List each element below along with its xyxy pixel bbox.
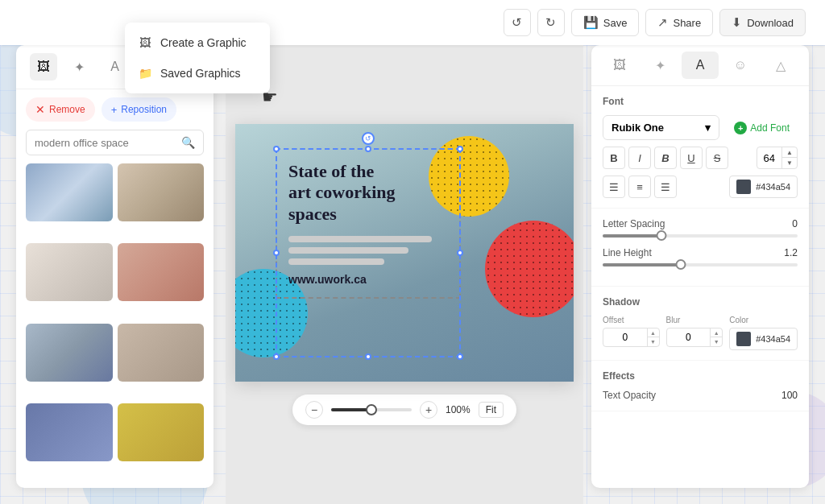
canvas-wrapper[interactable]: State of the art coworking spaces www.uw… (235, 124, 574, 382)
top-bar: ↺ ↻ 💾 Save ↗ Share ⬇ Download (0, 0, 825, 45)
share-button[interactable]: ↗ Share (645, 9, 713, 36)
shadow-offset-up[interactable]: ▲ (648, 328, 659, 337)
zoom-out-button[interactable]: − (305, 401, 323, 419)
font-size-down[interactable]: ▼ (782, 158, 797, 168)
font-size-up[interactable]: ▲ (782, 147, 797, 158)
right-tab-image[interactable]: 🖼 (601, 52, 638, 79)
remove-icon: ✕ (35, 103, 45, 116)
share-icon: ↗ (657, 15, 668, 30)
canvas-line-1 (288, 236, 432, 242)
save-icon: 💾 (583, 15, 599, 30)
remove-button[interactable]: ✕ Remove (26, 97, 95, 122)
letter-spacing-row: Letter Spacing 0 (603, 218, 798, 229)
strikethrough-button[interactable]: S (706, 147, 728, 169)
circle-red (485, 221, 574, 317)
image-thumb[interactable] (26, 243, 113, 301)
line-height-slider[interactable] (603, 263, 798, 266)
folder-icon: 📁 (138, 66, 152, 81)
line-height-row: Line Height 1.2 (603, 247, 798, 258)
canvas-text-box[interactable]: State of the art coworking spaces www.uw… (276, 148, 461, 299)
align-right-button[interactable]: ☰ (654, 176, 677, 198)
shadow-color-label: Color (729, 316, 798, 324)
zoom-slider[interactable] (331, 408, 412, 411)
image-search-box[interactable]: 🔍 (26, 130, 204, 155)
shadow-color-swatch[interactable]: #434a54 (729, 328, 798, 350)
font-section-title: Font (603, 96, 798, 107)
image-thumb[interactable] (118, 163, 205, 221)
text-opacity-label: Text Opacity (603, 390, 656, 401)
zoom-slider-thumb[interactable] (366, 404, 377, 415)
shadow-color-field: Color #434a54 (729, 316, 798, 350)
image-thumb[interactable] (26, 403, 113, 461)
shadow-blur-down[interactable]: ▼ (711, 337, 722, 346)
font-selector[interactable]: Rubik One ▾ (603, 115, 719, 140)
redo-button[interactable]: ↻ (537, 9, 565, 36)
chevron-down-icon: ▾ (705, 122, 711, 134)
cursor-pointer: ☛ (262, 87, 278, 108)
shadow-offset-down[interactable]: ▼ (648, 337, 659, 346)
underline-button[interactable]: U (680, 147, 703, 169)
effects-section-title: Effects (603, 370, 798, 382)
zoom-in-button[interactable]: + (420, 401, 437, 419)
right-tab-text[interactable]: A (682, 52, 719, 79)
search-input[interactable] (35, 137, 176, 149)
align-left-button[interactable]: ☰ (603, 176, 625, 198)
zoom-fit-button[interactable]: Fit (479, 402, 504, 418)
left-panel: 🖼 ✦ A ☺ △ ✕ Remove + Reposition 🔍 (16, 45, 214, 488)
canvas-url: www.uwork.ca (288, 273, 448, 286)
shadow-offset-arrows: ▲ ▼ (647, 328, 659, 346)
shadow-blur-value: 0 (667, 328, 711, 346)
image-thumb[interactable] (118, 243, 205, 301)
right-panel: 🖼 ✦ A ☺ △ Font Rubik One ▾ + Add Font B … (591, 45, 809, 488)
search-icon: 🔍 (181, 136, 195, 149)
color-hex-label: #434a54 (756, 182, 790, 192)
image-actions: ✕ Remove + Reposition (16, 89, 214, 130)
shadow-blur-field: Blur 0 ▲ ▼ (666, 316, 723, 350)
line-height-thumb[interactable] (675, 259, 686, 270)
letter-spacing-thumb[interactable] (656, 230, 666, 241)
shadow-blur-label: Blur (666, 316, 723, 324)
letter-spacing-slider[interactable] (603, 234, 798, 238)
image-thumb[interactable] (118, 403, 205, 461)
right-tab-emoji[interactable]: ☺ (722, 52, 759, 79)
undo-button[interactable]: ↺ (504, 9, 531, 36)
right-tab-magic[interactable]: ✦ (641, 52, 678, 79)
left-tab-image[interactable]: 🖼 (30, 53, 57, 81)
right-tab-shape[interactable]: △ (762, 52, 799, 79)
color-swatch[interactable]: #434a54 (729, 176, 798, 198)
canvas-main-text: State of the art coworking spaces (288, 161, 448, 225)
letter-spacing-value: 0 (792, 218, 798, 229)
shadow-section-title: Shadow (603, 296, 798, 308)
italic-button[interactable]: I (628, 147, 651, 169)
create-graphic-item[interactable]: 🖼 Create a Graphic ☛ (125, 27, 270, 58)
text-opacity-value: 100 (781, 390, 798, 401)
image-thumb[interactable] (26, 163, 113, 221)
font-section: Font Rubik One ▾ + Add Font B I B U S 64… (591, 86, 809, 209)
shadow-blur-up[interactable]: ▲ (711, 328, 722, 337)
align-center-button[interactable]: ≡ (628, 176, 651, 198)
canvas-line-3 (288, 258, 384, 265)
shadow-grid: Offset 0 ▲ ▼ Blur 0 ▲ ▼ (603, 316, 798, 350)
shadow-blur-input[interactable]: 0 ▲ ▼ (666, 328, 723, 347)
font-size-control: 64 ▲ ▼ (757, 147, 798, 169)
format-row: B I B U S 64 ▲ ▼ (603, 147, 798, 169)
image-thumb[interactable] (118, 324, 205, 382)
letter-spacing-section: Letter Spacing 0 Line Height 1.2 (591, 209, 809, 287)
reposition-button[interactable]: + Reposition (102, 97, 176, 122)
shadow-offset-value: 0 (603, 328, 647, 346)
add-font-button[interactable]: + Add Font (726, 116, 798, 140)
bold-button[interactable]: B (603, 147, 625, 169)
save-button[interactable]: 💾 Save (571, 9, 640, 36)
image-thumb[interactable] (26, 324, 113, 382)
left-tab-star[interactable]: ✦ (65, 53, 93, 81)
bold-italic-button[interactable]: B (654, 147, 677, 169)
right-panel-tabs: 🖼 ✦ A ☺ △ (591, 45, 809, 86)
saved-graphics-item[interactable]: 📁 Saved Graphics (125, 58, 270, 89)
zoom-bar: − + 100% Fit (292, 395, 516, 425)
download-button[interactable]: ⬇ Download (719, 9, 806, 36)
text-opacity-row: Text Opacity 100 (603, 390, 798, 401)
font-row: Rubik One ▾ + Add Font (603, 115, 798, 140)
letter-spacing-fill (603, 234, 661, 238)
shadow-offset-input[interactable]: 0 ▲ ▼ (603, 328, 660, 347)
shadow-offset-label: Offset (603, 316, 660, 324)
